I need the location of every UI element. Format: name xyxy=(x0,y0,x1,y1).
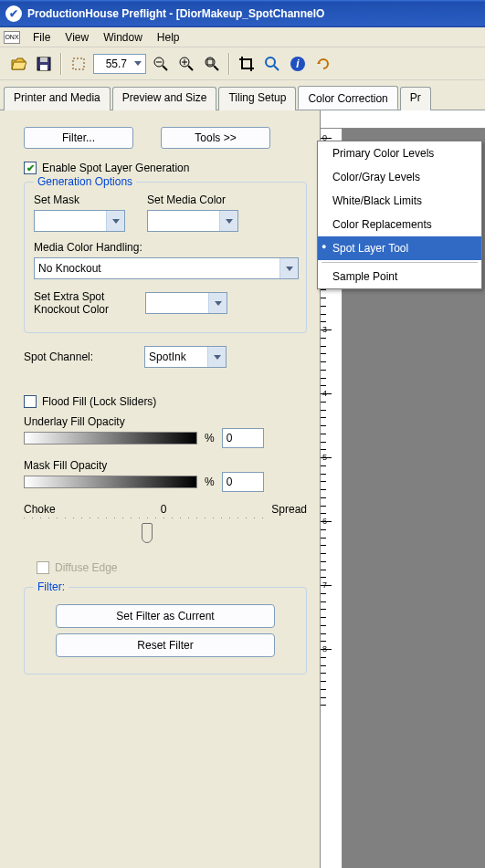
choke-label: Choke xyxy=(24,503,56,516)
diffuse-edge-label: Diffuse Edge xyxy=(55,561,118,574)
group-legend: Generation Options xyxy=(34,175,136,188)
spread-label: Spread xyxy=(271,503,307,516)
extra-spot-value xyxy=(146,293,208,313)
spot-channel-combo[interactable]: SpotInk xyxy=(144,346,227,368)
window-title: ProductionHouse Preflight - [DiorMakeup_… xyxy=(27,7,324,20)
chevron-down-icon[interactable] xyxy=(208,293,227,313)
ruler-tick-label: 6 xyxy=(322,517,327,526)
diffuse-edge-checkbox xyxy=(37,561,49,574)
tab-tiling-setup[interactable]: Tiling Setup xyxy=(218,87,296,110)
set-mask-combo[interactable] xyxy=(34,210,125,232)
mask-opacity-input[interactable]: 0 xyxy=(222,472,264,492)
svg-line-12 xyxy=(214,66,218,70)
tabstrip: Printer and Media Preview and Size Tilin… xyxy=(0,80,485,110)
dd-spot-layer-tool[interactable]: Spot Layer Tool xyxy=(318,236,481,260)
set-media-color-label: Set Media Color xyxy=(147,193,238,206)
menu-help[interactable]: Help xyxy=(150,29,187,46)
chevron-down-icon[interactable] xyxy=(279,258,298,278)
tools-button[interactable]: Tools >> xyxy=(161,127,270,149)
media-color-handling-combo[interactable]: No Knockout xyxy=(34,257,299,279)
dd-color-replacements[interactable]: Color Replacements xyxy=(318,213,481,236)
mask-opacity-label: Mask Fill Opacity xyxy=(24,459,307,472)
svg-line-15 xyxy=(274,66,279,70)
extra-spot-combo[interactable] xyxy=(145,292,227,314)
enable-spot-checkbox[interactable] xyxy=(24,162,37,174)
toolbar-sep xyxy=(228,53,230,75)
spot-channel-label: Spot Channel: xyxy=(24,350,93,363)
info-icon[interactable]: i xyxy=(287,53,309,75)
dropdown-separator xyxy=(322,262,478,263)
svg-line-8 xyxy=(188,66,193,70)
choke-center-label: 0 xyxy=(161,503,167,516)
filter-legend: Filter: xyxy=(34,580,69,593)
menu-file[interactable]: File xyxy=(26,29,58,46)
underlay-opacity-slider[interactable] xyxy=(24,432,197,444)
dd-color-gray-levels[interactable]: Color/Gray Levels xyxy=(318,165,481,189)
svg-rect-1 xyxy=(40,58,47,62)
flood-fill-label: Flood Fill (Lock Sliders) xyxy=(42,395,156,408)
set-mask-label: Set Mask xyxy=(34,193,125,206)
toolbar-sep xyxy=(60,53,62,75)
svg-rect-3 xyxy=(73,58,84,69)
media-color-handling-label: Media Color Handling: xyxy=(34,241,142,254)
menu-badge-icon: ONX xyxy=(4,31,20,44)
ruler-horizontal xyxy=(321,110,485,129)
mask-opacity-slider[interactable] xyxy=(24,476,197,488)
open-icon[interactable] xyxy=(7,53,29,75)
tab-color-correction[interactable]: Color Correction xyxy=(298,86,397,110)
flood-fill-checkbox[interactable] xyxy=(24,395,37,408)
dd-white-black-limits[interactable]: White/Black Limits xyxy=(318,189,481,213)
menu-window[interactable]: Window xyxy=(96,29,150,46)
fit-icon[interactable] xyxy=(68,53,90,75)
generation-options-group: Generation Options Set Mask Set Media Co… xyxy=(24,182,307,333)
set-filter-current-button[interactable]: Set Filter as Current xyxy=(56,604,275,628)
ruler-tick-label: 7 xyxy=(322,580,327,590)
zoom-input[interactable] xyxy=(94,58,131,70)
set-media-color-value xyxy=(148,211,219,231)
enable-spot-label: Enable Spot Layer Generation xyxy=(42,162,189,174)
refresh-icon[interactable] xyxy=(312,53,334,75)
chevron-down-icon[interactable] xyxy=(106,211,124,231)
underlay-opacity-input[interactable]: 0 xyxy=(222,428,264,448)
crop-icon[interactable] xyxy=(236,53,258,75)
extra-spot-label-line2: Knockout Color xyxy=(34,303,109,316)
set-media-color-combo[interactable] xyxy=(147,210,238,232)
underlay-opacity-label: Underlay Fill Opacity xyxy=(24,415,307,428)
menu-view[interactable]: View xyxy=(58,29,96,46)
slider-thumb[interactable] xyxy=(142,523,153,543)
tab-more[interactable]: Pr xyxy=(400,87,431,110)
tab-printer-media[interactable]: Printer and Media xyxy=(4,87,111,110)
set-mask-value xyxy=(35,211,106,231)
save-icon[interactable] xyxy=(33,53,55,75)
media-color-handling-value: No Knockout xyxy=(35,258,279,278)
zoom-fit-icon[interactable] xyxy=(201,53,223,75)
svg-line-5 xyxy=(163,66,167,70)
ruler-tick-label: 4 xyxy=(322,389,327,398)
zoom-in-icon[interactable] xyxy=(175,53,197,75)
dd-sample-point[interactable]: Sample Point xyxy=(318,265,481,288)
svg-point-14 xyxy=(266,58,275,67)
chevron-down-icon[interactable] xyxy=(219,211,237,231)
percent-label: % xyxy=(205,476,215,488)
window-titlebar: ProductionHouse Preflight - [DiorMakeup_… xyxy=(0,0,485,27)
filter-group: Filter: Set Filter as Current Reset Filt… xyxy=(24,587,307,675)
tools-dropdown: Primary Color Levels Color/Gray Levels W… xyxy=(317,141,482,289)
zoom-tool-icon[interactable] xyxy=(261,53,283,75)
app-icon xyxy=(5,5,22,22)
extra-spot-label-line1: Set Extra Spot xyxy=(34,290,109,303)
tab-preview-size[interactable]: Preview and Size xyxy=(112,87,217,110)
svg-rect-13 xyxy=(207,59,213,65)
chevron-down-icon[interactable] xyxy=(207,347,226,367)
percent-label: % xyxy=(205,432,215,444)
reset-filter-button[interactable]: Reset Filter xyxy=(56,633,275,657)
zoom-combo[interactable] xyxy=(93,54,146,74)
dd-primary-color-levels[interactable]: Primary Color Levels xyxy=(318,141,481,165)
toolbar: i xyxy=(0,47,485,80)
zoom-out-icon[interactable] xyxy=(150,53,172,75)
spot-channel-value: SpotInk xyxy=(145,347,207,367)
ruler-tick-label: 5 xyxy=(322,453,327,462)
filter-button[interactable]: Filter... xyxy=(24,127,133,149)
color-correction-panel: Filter... Tools >> Enable Spot Layer Gen… xyxy=(0,110,320,868)
chevron-down-icon[interactable] xyxy=(131,55,145,73)
choke-spread-slider[interactable] xyxy=(24,525,270,545)
